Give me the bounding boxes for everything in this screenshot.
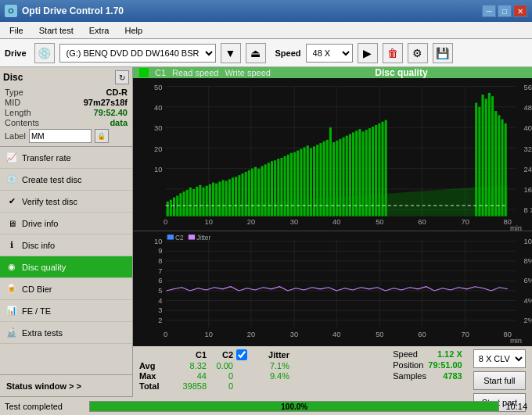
speed-select[interactable]: 48 X (306, 44, 353, 63)
stats-jitter-header: Jitter (250, 350, 289, 360)
svg-text:2: 2 (158, 316, 162, 324)
disc-type-row: Type CD-R (3, 88, 129, 97)
svg-text:30: 30 (290, 330, 298, 338)
title-controls: ─ □ ✕ (482, 5, 527, 17)
disc-mid-row: MID 97m27s18f (3, 98, 129, 107)
settings-btn[interactable]: ⚙ (408, 43, 428, 63)
svg-text:10%: 10% (524, 236, 532, 245)
status-window-button[interactable]: Status window > > (0, 374, 132, 396)
svg-rect-159 (189, 234, 195, 239)
stats-avg-row: Avg 8.32 0.00 7.1% (139, 361, 380, 370)
disc-contents-label: Contents (5, 118, 39, 127)
sidebar-item-create-test-disc[interactable]: 💿 Create test disc (0, 169, 132, 191)
svg-text:40 X: 40 X (524, 123, 532, 132)
svg-text:0: 0 (164, 330, 167, 338)
svg-text:2%: 2% (524, 316, 532, 324)
sidebar-item-fe-te[interactable]: 📊 FE / TE (0, 300, 132, 322)
top-chart: 50 40 30 20 10 56 X 48 X 40 X 32 X 24 X … (133, 78, 532, 231)
disc-label-row: Label 🔒 (3, 129, 129, 143)
sidebar-item-transfer-rate[interactable]: 📈 Transfer rate (0, 147, 132, 169)
drive-info-icon: 🖥 (6, 218, 17, 229)
disc-refresh-btn[interactable]: ↻ (115, 70, 129, 84)
disc-length-label: Length (5, 108, 31, 117)
disc-panel: Disc ↻ Type CD-R MID 97m27s18f Length 79… (0, 67, 132, 147)
disc-length-row: Length 79:52.40 (3, 108, 129, 117)
stats-max-c2: 0 (210, 371, 233, 381)
minimize-button[interactable]: ─ (482, 5, 496, 17)
svg-text:4: 4 (158, 295, 162, 304)
status-window-label: Status window > > (6, 381, 81, 391)
disc-label-input[interactable] (29, 129, 92, 143)
svg-text:24 X: 24 X (524, 165, 532, 174)
sidebar-item-label-extra-tests: Extra tests (22, 328, 63, 338)
svg-text:10: 10 (205, 330, 213, 338)
disc-type-value: CD-R (106, 88, 128, 97)
samples-label: Samples (393, 371, 426, 381)
speed-go-btn[interactable]: ▶ (358, 43, 378, 63)
svg-text:8%: 8% (524, 256, 532, 265)
menu-extra[interactable]: Extra (84, 24, 114, 37)
sidebar-item-disc-quality[interactable]: ◉ Disc quality (0, 256, 132, 278)
svg-text:16 X: 16 X (524, 185, 532, 194)
svg-text:10: 10 (154, 236, 162, 245)
stats-total-label: Total (139, 381, 164, 391)
disc-label-btn[interactable]: 🔒 (95, 129, 109, 143)
main-content: Disc ↻ Type CD-R MID 97m27s18f Length 79… (0, 67, 532, 396)
transfer-rate-icon: 📈 (6, 152, 17, 163)
clv-row: 8 X CLV (473, 349, 526, 368)
disc-info-icon: ℹ (6, 240, 17, 251)
sidebar-item-label-cd-bier: CD Bier (22, 284, 52, 294)
svg-text:50: 50 (376, 330, 383, 338)
svg-text:32 X: 32 X (524, 145, 532, 153)
menu-file[interactable]: File (5, 24, 28, 37)
charts-area: 50 40 30 20 10 56 X 48 X 40 X 32 X 24 X … (133, 78, 532, 346)
svg-text:3: 3 (158, 306, 162, 314)
svg-text:40: 40 (332, 330, 340, 338)
disc-length-value: 79:52.40 (94, 108, 128, 117)
jitter-checkbox[interactable] (236, 349, 247, 360)
svg-text:6%: 6% (524, 276, 532, 284)
restore-button[interactable]: □ (498, 5, 512, 17)
eject-btn[interactable]: ⏏ (246, 43, 266, 63)
create-test-disc-icon: 💿 (6, 174, 17, 185)
sidebar-item-drive-info[interactable]: 🖥 Drive info (0, 213, 132, 234)
stats-max-jitter: 9.4% (250, 371, 289, 381)
svg-text:20: 20 (154, 145, 162, 153)
svg-text:20: 20 (247, 330, 255, 338)
sidebar: Disc ↻ Type CD-R MID 97m27s18f Length 79… (0, 67, 133, 396)
position-value: 79:51.00 (428, 360, 462, 370)
sidebar-item-extra-tests[interactable]: 🔬 Extra tests (0, 322, 132, 344)
save-btn[interactable]: 💾 (433, 43, 453, 63)
close-button[interactable]: ✕ (513, 5, 527, 17)
menu-help[interactable]: Help (120, 24, 147, 37)
svg-text:56 X: 56 X (524, 83, 532, 91)
status-time: 10:14 (505, 402, 527, 411)
svg-text:30: 30 (290, 217, 298, 226)
start-full-button[interactable]: Start full (473, 371, 526, 390)
sidebar-item-disc-info[interactable]: ℹ Disc info (0, 234, 132, 256)
progress-container: 100.0% (89, 401, 499, 412)
clear-btn[interactable]: 🗑 (383, 43, 403, 63)
sidebar-item-label-disc-info: Disc info (22, 241, 55, 250)
app-icon: O (5, 5, 17, 17)
svg-text:10: 10 (205, 217, 213, 226)
clv-select[interactable]: 8 X CLV (473, 349, 526, 368)
svg-text:5: 5 (158, 286, 162, 295)
sidebar-item-label-verify-test-disc: Verify test disc (22, 197, 77, 206)
drive-icon-btn[interactable]: 💿 (34, 43, 55, 63)
sidebar-item-label-create-test-disc: Create test disc (22, 175, 81, 184)
menu-start-test[interactable]: Start test (34, 24, 78, 37)
drive-select[interactable]: (G:) BENQ DVD DD DW1640 BSRB (59, 44, 216, 63)
svg-text:20: 20 (247, 217, 255, 226)
disc-mid-label: MID (5, 98, 20, 107)
sidebar-item-verify-test-disc[interactable]: ✔ Verify test disc (0, 191, 132, 213)
svg-text:30: 30 (154, 123, 162, 132)
sidebar-item-cd-bier[interactable]: 🍺 CD Bier (0, 278, 132, 300)
c1-legend-color (139, 68, 149, 77)
stats-max-label: Max (139, 371, 164, 381)
disc-panel-header: Disc ↻ (3, 70, 129, 84)
stats-max-row: Max 44 0 9.4% (139, 371, 380, 381)
drive-arrow-btn[interactable]: ▼ (221, 43, 241, 63)
svg-text:8 X: 8 X (524, 206, 532, 214)
right-content: C1 Read speed Write speed Disc quality (133, 67, 532, 396)
